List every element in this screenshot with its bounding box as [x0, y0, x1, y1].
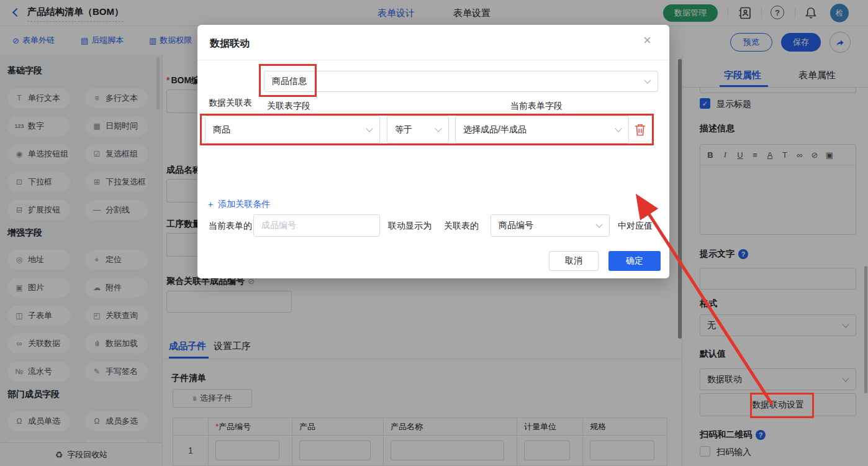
- annotation-box-link-table: [259, 64, 317, 97]
- chevron-down-icon: [595, 221, 602, 227]
- input-value: 成品编号: [261, 220, 296, 231]
- display-as-label: 联动显示为: [388, 221, 432, 232]
- link-table-label: 数据关联表: [209, 98, 252, 109]
- plus-icon: +: [208, 199, 213, 209]
- col-header-current-field: 当前表单字段: [510, 101, 563, 112]
- cancel-button[interactable]: 取消: [549, 251, 599, 271]
- col-header-linked-field: 关联表字段: [267, 101, 310, 112]
- chevron-down-icon: [644, 76, 651, 83]
- linked-display-field-select[interactable]: 商品编号: [491, 214, 610, 237]
- corresponding-value-label: 中对应值: [618, 221, 653, 232]
- divider: [197, 60, 669, 60]
- data-linkage-modal: 数据联动 × 数据关联表 商品信息 关联表字段 当前表单字段 商品 等于 选择成…: [197, 25, 669, 278]
- modal-title: 数据联动: [210, 37, 250, 50]
- linked-table-of-label: 关联表的: [444, 221, 479, 232]
- link-table-select[interactable]: 商品信息: [264, 71, 658, 92]
- current-form-of-label: 当前表单的: [209, 221, 252, 232]
- close-icon[interactable]: ×: [643, 34, 651, 47]
- app-root: 产品结构清单（BOM） 表单设计 表单设置 数据管理 ? 检 ⊘ 表单外链 ▤ …: [0, 0, 868, 466]
- annotation-box-condition-row: [200, 114, 654, 145]
- add-condition-button[interactable]: + 添加关联条件: [208, 199, 270, 210]
- confirm-button[interactable]: 确定: [608, 251, 661, 271]
- current-field-input[interactable]: 成品编号: [253, 214, 380, 237]
- select-value: 商品编号: [499, 220, 533, 231]
- add-condition-label: 添加关联条件: [218, 199, 270, 210]
- annotation-box-linkage-settings: [750, 393, 814, 418]
